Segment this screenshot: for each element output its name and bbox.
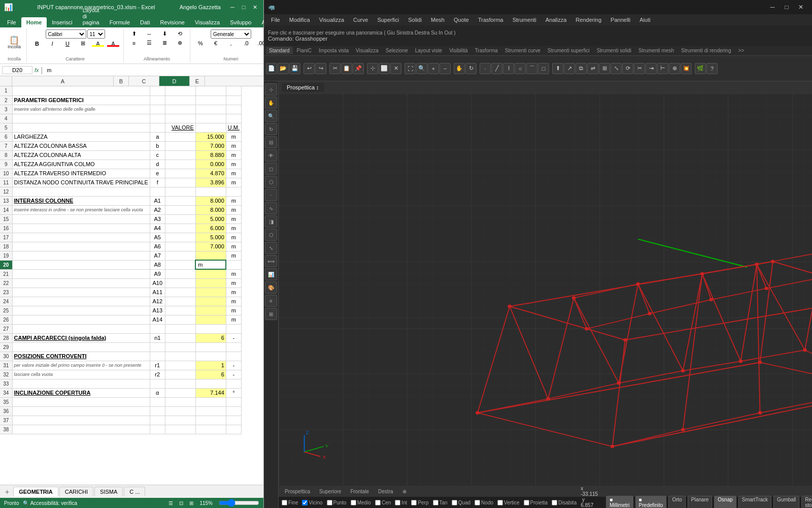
cell-c38[interactable] [165,425,195,434]
excel-zoom-slider[interactable] [219,499,259,507]
wrap-text-button[interactable]: ⟲ [173,29,187,38]
tb-join-btn[interactable]: ⊕ [669,63,680,74]
toolbar-tab-trasforma[interactable]: Trasforma [472,47,501,54]
cell-c26[interactable] [165,315,195,324]
snap-proietta[interactable]: Proietta [524,500,548,505]
align-middle-button[interactable]: ↔ [142,29,156,38]
snap-quad[interactable]: Quad [452,500,470,505]
lt-grid-btn[interactable]: ⊞ [265,308,277,320]
cell-a5[interactable] [12,123,150,132]
bvt-add[interactable]: ⊕ [398,488,411,495]
tb-extend-btn[interactable]: ⇥ [646,63,657,74]
rhino-menu-visualizza[interactable]: Visualizza [315,16,348,24]
cell-c20[interactable] [165,260,195,269]
cell-reference-input[interactable] [2,66,32,74]
ribbon-tab-home[interactable]: Home [21,17,47,27]
cell-c36[interactable] [165,406,195,416]
snap-punto[interactable]: Punto [327,500,347,505]
cell-a12[interactable] [12,187,150,196]
cell-d24[interactable] [195,297,226,306]
cell-e10[interactable]: m [226,169,241,178]
italic-button[interactable]: I [45,40,59,48]
cell-e13[interactable]: m [226,196,241,205]
snap-vicino[interactable]: Vicino [302,500,322,505]
bvt-destra[interactable]: Destra [374,488,397,495]
snap-disabita[interactable]: Disabita [552,500,577,505]
cell-c17[interactable] [165,233,195,242]
tb-select-btn[interactable]: ⊹ [367,63,378,74]
cell-b31[interactable]: r1 [150,361,165,370]
cell-d6[interactable]: 15.000 [195,132,226,141]
tb-extrude-btn[interactable]: ⬆ [552,63,563,74]
lt-transform-btn[interactable]: ⤡ [265,242,277,254]
sheet-tab-c[interactable]: C ... [124,487,145,496]
cell-e29[interactable] [226,342,241,352]
tb-save-btn[interactable]: 💾 [289,63,300,74]
tb-open-btn[interactable]: 📂 [278,63,289,74]
cell-c37[interactable] [165,416,195,425]
font-family-select[interactable]: Calibri [46,29,86,39]
font-size-select[interactable]: 11 [87,29,105,39]
lt-render-btn[interactable]: 🎨 [265,281,277,294]
underline-button[interactable]: U [60,40,75,48]
col-header-b[interactable]: B [114,76,129,86]
cell-b30[interactable] [150,352,165,361]
add-sheet-button[interactable]: + [2,487,12,497]
cell-b18[interactable]: A6 [150,242,165,251]
lt-surface-btn[interactable]: ◨ [265,215,277,228]
cell-d22[interactable] [195,278,226,288]
cell-e12[interactable] [226,187,241,196]
cell-b15[interactable]: A3 [150,214,165,224]
lt-display-btn[interactable]: ◻ [265,163,277,175]
tb-rotate-btn[interactable]: ↻ [465,63,477,74]
toolbar-tab-strumenti-rendering[interactable]: Strumenti di rendering [678,47,734,54]
snap-perp-check[interactable] [411,500,417,505]
comma-button[interactable]: , [224,39,238,47]
cell-c2[interactable] [165,96,195,105]
cell-e2[interactable] [226,96,241,105]
excel-minimize-btn[interactable]: ─ [228,3,237,12]
snap-osnap-btn[interactable]: Osnap [714,496,736,508]
cell-a13[interactable]: INTERASSI COLONNE [12,196,150,205]
cell-b9[interactable]: d [150,160,165,169]
cell-a21[interactable] [12,269,150,278]
tb-rectangle-btn[interactable]: □ [538,63,549,74]
lt-pan-btn[interactable]: ✋ [265,97,277,109]
toolbar-tab-layout-viste[interactable]: Layout viste [412,47,445,54]
toolbar-tab-imposta-vista[interactable]: Imposta vista [316,47,352,54]
cell-c19[interactable] [165,251,195,260]
snap-disabita-check[interactable] [552,500,557,505]
rhino-menu-pannelli[interactable]: Pannelli [606,16,634,24]
rhino-maximize-btn[interactable]: □ [780,0,794,14]
tb-zoom-ext-btn[interactable]: ⛶ [404,63,416,74]
cell-d12[interactable] [195,187,226,196]
cell-d23[interactable] [195,288,226,297]
tb-copy2-btn[interactable]: ⧉ [576,63,587,74]
rhino-menu-file[interactable]: File [267,16,284,24]
cell-c22[interactable] [165,278,195,288]
lt-select-btn[interactable]: ⊹ [265,83,277,96]
cell-d14[interactable]: 8.000 [195,205,226,214]
cell-e11[interactable]: m [226,178,241,187]
cell-a35[interactable] [12,397,150,406]
cell-a37[interactable] [12,416,150,425]
tb-rotate3d-btn[interactable]: ⟳ [622,63,633,74]
cell-e7[interactable]: m [226,141,241,150]
cell-e23[interactable]: m [226,288,241,297]
cell-d29[interactable] [195,342,226,352]
snap-perp[interactable]: Perp [411,500,428,505]
cell-b4[interactable] [150,114,165,123]
cell-e31[interactable]: - [226,361,241,370]
rhino-menu-mesh[interactable]: Mesh [427,16,449,24]
align-center-button[interactable]: ☰ [142,39,156,47]
cell-a8[interactable]: ALTEZZA COLONNA ALTA [12,150,150,160]
rhino-menu-modifica[interactable]: Modifica [285,16,314,24]
cell-c5[interactable]: VALORE [165,123,195,132]
tb-trim-btn[interactable]: ✂ [634,63,645,74]
ribbon-tab-formule[interactable]: Formule [105,17,135,27]
tb-explode-btn[interactable]: 💥 [681,63,692,74]
lt-solid-btn[interactable]: ⬡ [265,229,277,241]
currency-button[interactable]: % [193,39,208,47]
cell-d15[interactable]: 5.000 [195,214,226,224]
rhino-menu-rendering[interactable]: Rendering [571,16,605,24]
